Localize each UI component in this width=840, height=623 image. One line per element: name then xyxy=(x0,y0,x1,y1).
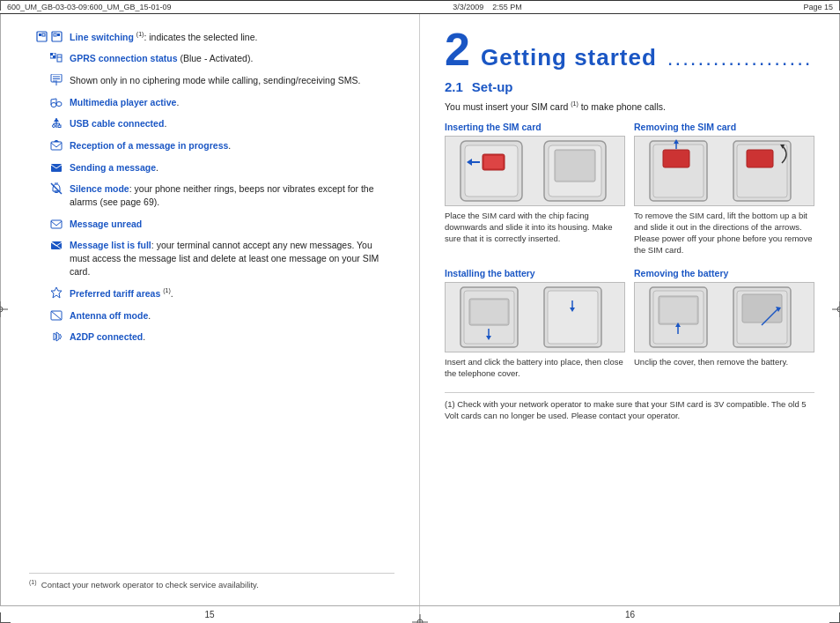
crosshair-left xyxy=(0,301,8,319)
section-header: 2.1 Set-up xyxy=(445,79,814,94)
corner-mark-bl xyxy=(0,612,11,623)
left-footnote: (1) Contact your network operator to che… xyxy=(29,573,394,590)
icon-cell xyxy=(29,182,63,195)
crosshair-bottom xyxy=(412,614,428,623)
icon-cell xyxy=(29,96,63,108)
page-wrapper: 600_UM_GB-03-03-09:600_UM_GB_15-01-09 3/… xyxy=(0,0,840,623)
svg-rect-39 xyxy=(51,220,62,228)
list-item: Reception of a message in progress. xyxy=(29,139,394,152)
chapter-dots: ................... xyxy=(667,46,813,70)
icon-cell xyxy=(29,239,63,251)
inserting-sim-image xyxy=(445,136,625,206)
removing-sim-caption: To remove the SIM card, lift the bottom … xyxy=(634,211,814,256)
reception-text: Reception of a message in progress. xyxy=(70,139,394,152)
footnote-text: (1) Contact your network operator to che… xyxy=(29,580,259,590)
list-item: Silence mode: your phone neither rings, … xyxy=(29,182,394,208)
list-item: Sending a message. xyxy=(29,161,394,174)
svg-rect-8 xyxy=(54,33,56,36)
icon-cell xyxy=(29,117,63,130)
list-item: Preferred tariff areas (1). xyxy=(29,286,394,300)
list-item: A2DP connected. xyxy=(29,330,394,344)
page-number-left: 15 xyxy=(0,606,419,623)
a2dp-text: A2DP connected. xyxy=(70,330,394,344)
line-switch-icon1 xyxy=(35,30,48,42)
icon-cell xyxy=(29,218,63,230)
main-content: Line switching (1): indicates the select… xyxy=(0,14,840,605)
header-bar: 600_UM_GB-03-03-09:600_UM_GB_15-01-09 3/… xyxy=(0,0,840,14)
multimedia-icon xyxy=(50,96,63,108)
svg-rect-51 xyxy=(484,156,503,168)
svg-point-26 xyxy=(53,125,55,128)
svg-rect-70 xyxy=(471,300,507,323)
antenna-text: Antenna off mode. xyxy=(70,309,394,323)
installing-battery-caption: Insert and click the battery into place,… xyxy=(445,357,625,380)
right-footnote: (1) Check with your network operator to … xyxy=(445,392,814,422)
svg-rect-12 xyxy=(57,55,62,62)
icon-cell xyxy=(29,330,63,343)
right-footnote-text: (1) Check with your network operator to … xyxy=(445,399,807,420)
right-page: 2 Getting started ................... 2.… xyxy=(420,14,839,605)
svg-rect-5 xyxy=(42,33,45,36)
chapter-number: 2 xyxy=(445,26,470,72)
icon-cell xyxy=(29,309,63,322)
list-item: USB cable connected. xyxy=(29,117,394,130)
gprs-icon xyxy=(50,52,63,64)
reception-icon xyxy=(50,139,63,152)
svg-rect-74 xyxy=(548,291,598,344)
list-item: Message list is full: your terminal cann… xyxy=(29,239,394,278)
svg-marker-25 xyxy=(54,118,59,122)
list-item: Shown only in no ciphering mode while ca… xyxy=(29,74,394,87)
line-switching-text: Line switching (1): indicates the select… xyxy=(70,30,394,43)
svg-point-19 xyxy=(51,103,56,108)
message-full-icon xyxy=(50,239,63,251)
svg-rect-49 xyxy=(465,145,518,197)
svg-rect-60 xyxy=(663,150,689,167)
list-item: Message unread xyxy=(29,218,394,231)
bottom-left: 15 xyxy=(0,606,420,623)
installing-battery-heading: Installing the battery xyxy=(445,268,625,278)
inserting-sim-caption: Place the SIM card with the chip facing … xyxy=(445,211,625,244)
inserting-sim-col: Inserting the SIM card xyxy=(445,122,625,256)
sim-row: Inserting the SIM card xyxy=(445,122,814,256)
svg-rect-85 xyxy=(742,294,782,323)
svg-point-20 xyxy=(56,102,62,107)
a2dp-icon xyxy=(50,330,63,343)
removing-sim-heading: Removing the SIM card xyxy=(634,122,814,132)
icon-cell xyxy=(29,139,63,152)
icon-cell xyxy=(29,52,63,64)
installing-battery-image xyxy=(445,282,625,352)
sending-icon xyxy=(50,161,63,174)
removing-sim-image xyxy=(634,136,814,206)
svg-marker-42 xyxy=(51,287,62,298)
icon-cell xyxy=(29,161,63,174)
list-item: Multimedia player active. xyxy=(29,96,394,109)
inserting-sim-heading: Inserting the SIM card xyxy=(445,122,625,132)
bottom-right: 16 xyxy=(420,606,840,623)
message-unread-icon xyxy=(50,218,63,230)
icon-cell xyxy=(29,30,63,42)
usb-icon xyxy=(50,117,63,130)
tariff-icon xyxy=(50,286,63,299)
gprs-text: GPRS connection status (Blue - Activated… xyxy=(70,52,394,65)
message-full-text: Message list is full: your terminal cann… xyxy=(70,239,394,278)
sending-text: Sending a message. xyxy=(70,161,394,174)
cipher-text: Shown only in no ciphering mode while ca… xyxy=(70,74,394,87)
list-item: Antenna off mode. xyxy=(29,309,394,323)
corner-mark-tr xyxy=(829,0,840,11)
svg-line-23 xyxy=(51,99,56,100)
tariff-text: Preferred tariff areas (1). xyxy=(70,286,394,300)
svg-rect-57 xyxy=(556,152,593,180)
chapter-title: Getting started xyxy=(481,44,657,71)
page-number-right: 16 xyxy=(420,606,840,623)
header-center: 3/3/2009 2:55 PM xyxy=(453,3,522,11)
silence-text: Silence mode: your phone neither rings, … xyxy=(70,182,394,208)
svg-rect-7 xyxy=(57,33,60,36)
usb-text: USB cable connected. xyxy=(70,117,394,130)
battery-row: Installing the battery xyxy=(445,268,814,380)
header-left: 600_UM_GB-03-03-09:600_UM_GB_15-01-09 xyxy=(7,3,172,11)
antenna-icon xyxy=(50,309,63,322)
chapter-header: 2 Getting started ................... xyxy=(445,26,814,72)
silence-icon xyxy=(50,182,63,195)
icon-cell xyxy=(29,74,63,86)
cipher-icon xyxy=(50,74,63,86)
